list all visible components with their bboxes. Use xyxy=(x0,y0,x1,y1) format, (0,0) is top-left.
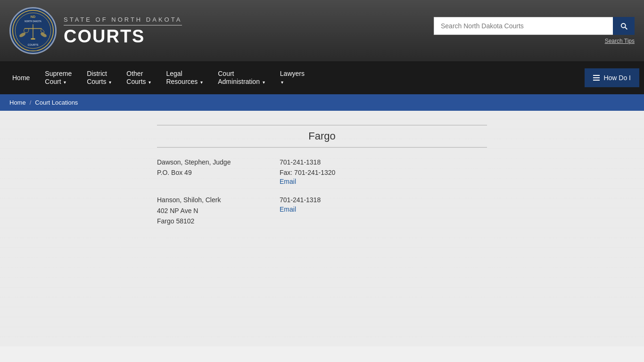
nav-district-courts-label-line2: Courts ▾ xyxy=(87,78,111,86)
contact-row: Dawson, Stephen, Judge P.O. Box 49 701-2… xyxy=(157,157,487,186)
search-box-wrapper xyxy=(434,17,635,35)
breadcrumb-separator: / xyxy=(30,99,32,106)
how-do-i-label: How Do I xyxy=(603,74,631,82)
nav-item-lawyers[interactable]: Lawyers ▾ xyxy=(272,61,312,94)
main-nav: Home Supreme Court ▾ District Courts ▾ O… xyxy=(0,61,644,94)
svg-text:ND: ND xyxy=(31,15,35,19)
title-line-top xyxy=(157,125,487,125)
search-area: Search Tips xyxy=(434,17,635,44)
court-title-wrapper: Fargo xyxy=(157,125,487,148)
search-button[interactable] xyxy=(613,17,635,35)
contact-email-link-2[interactable]: Email xyxy=(280,206,296,213)
contact-name-line2: P.O. Box 49 xyxy=(157,169,192,176)
contact-phone-1: 701-241-1318 xyxy=(280,157,487,167)
nav-lawyers-label-line1: Lawyers xyxy=(280,70,305,78)
site-header: ND NORTH DAKOTA COURTS STATE O xyxy=(0,0,644,61)
nav-home-label: Home xyxy=(12,74,30,82)
contact-info-col-2: 701-241-1318 Email xyxy=(280,195,487,226)
breadcrumb-home-link[interactable]: Home xyxy=(9,99,26,106)
contact-name2-line1: Hanson, Shiloh, Clerk xyxy=(157,196,221,204)
nav-legal-resources-label-line1: Legal xyxy=(166,70,182,78)
logo-text: STATE OF NORTH DAKOTA COURTS xyxy=(64,16,182,45)
nav-district-courts-label-line1: District xyxy=(87,70,107,78)
contact-phone-2: 701-241-1318 xyxy=(280,195,487,205)
nav-other-courts-label-line2: Courts ▾ xyxy=(126,78,151,86)
contact-name-2: Hanson, Shiloh, Clerk 402 NP Ave N Fargo… xyxy=(157,195,261,226)
contact-fax-1: Fax: 701-241-1320 xyxy=(280,167,487,178)
search-tips-link[interactable]: Search Tips xyxy=(605,38,635,44)
search-input[interactable] xyxy=(434,17,613,35)
nav-item-legal-resources[interactable]: Legal Resources ▾ xyxy=(158,61,210,94)
contact-name-line1: Dawson, Stephen, Judge xyxy=(157,158,231,166)
nav-supreme-court-label-line1: Supreme xyxy=(45,70,72,78)
svg-rect-6 xyxy=(31,38,35,40)
breadcrumb-current: Court Locations xyxy=(35,99,78,106)
nav-item-other-courts[interactable]: Other Courts ▾ xyxy=(119,61,158,94)
list-icon xyxy=(593,75,600,81)
breadcrumb: Home / Court Locations xyxy=(0,94,644,111)
nav-supreme-court-label-line2: Court ▾ xyxy=(45,78,66,86)
state-name: STATE OF NORTH DAKOTA xyxy=(64,16,182,25)
contact-name-1: Dawson, Stephen, Judge P.O. Box 49 xyxy=(157,157,261,178)
how-do-i-button[interactable]: How Do I xyxy=(585,68,639,87)
contact-name-col-2: Hanson, Shiloh, Clerk 402 NP Ave N Fargo… xyxy=(157,195,261,226)
nav-item-court-administration[interactable]: Court Administration ▾ xyxy=(210,61,272,94)
contact-row-2: Hanson, Shiloh, Clerk 402 NP Ave N Fargo… xyxy=(157,195,487,226)
search-icon xyxy=(619,22,628,30)
contact-email-link-1[interactable]: Email xyxy=(280,178,296,185)
nav-item-home[interactable]: Home xyxy=(5,66,37,90)
main-content: Fargo Dawson, Stephen, Judge P.O. Box 49… xyxy=(0,111,644,346)
city-title: Fargo xyxy=(157,130,487,142)
title-line-bottom xyxy=(157,147,487,148)
contact-name-col: Dawson, Stephen, Judge P.O. Box 49 xyxy=(157,157,261,186)
contact-name2-line2: 402 NP Ave N xyxy=(157,207,198,214)
nav-other-courts-label-line1: Other xyxy=(126,70,143,78)
svg-text:NORTH DAKOTA: NORTH DAKOTA xyxy=(25,20,41,23)
courts-name: COURTS xyxy=(64,27,182,45)
court-section: Fargo Dawson, Stephen, Judge P.O. Box 49… xyxy=(157,125,487,227)
contact-info-col: 701-241-1318 Fax: 701-241-1320 Email xyxy=(280,157,487,186)
nav-item-district-courts[interactable]: District Courts ▾ xyxy=(79,61,119,94)
nav-court-admin-label-line2: Administration ▾ xyxy=(218,78,265,86)
nav-legal-resources-label-line2: Resources ▾ xyxy=(166,78,203,86)
svg-text:COURTS: COURTS xyxy=(28,43,39,46)
contact-name2-line3: Fargo 58102 xyxy=(157,217,194,225)
nav-lawyers-arrow: ▾ xyxy=(280,78,283,86)
nav-item-supreme-court[interactable]: Supreme Court ▾ xyxy=(37,61,79,94)
nav-court-admin-label-line1: Court xyxy=(218,70,234,78)
nd-seal: ND NORTH DAKOTA COURTS xyxy=(9,7,57,54)
logo-area: ND NORTH DAKOTA COURTS STATE O xyxy=(9,7,434,54)
